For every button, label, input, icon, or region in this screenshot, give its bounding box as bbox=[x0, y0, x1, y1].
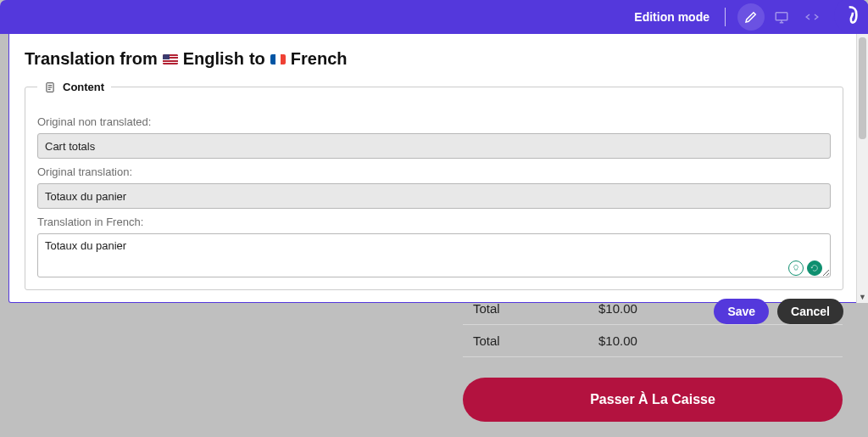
topbar: Edition mode bbox=[0, 0, 868, 34]
document-icon bbox=[44, 81, 56, 93]
original-non-translated-input bbox=[37, 133, 831, 159]
cart-row-label: Total bbox=[463, 333, 598, 348]
topbar-separator bbox=[725, 8, 726, 26]
scrollbar-thumb[interactable] bbox=[859, 37, 866, 139]
modal-title-to: to bbox=[249, 49, 265, 69]
modal-lang-to: French bbox=[291, 49, 348, 69]
cancel-button[interactable]: Cancel bbox=[777, 299, 843, 324]
modal-actions: Save Cancel bbox=[25, 299, 843, 324]
save-button[interactable]: Save bbox=[714, 299, 769, 324]
edit-icon[interactable] bbox=[737, 3, 765, 31]
edition-mode-label: Edition mode bbox=[634, 10, 709, 24]
original-translation-input bbox=[37, 183, 831, 209]
cart-row: Total $10.00 bbox=[463, 325, 843, 357]
modal-title: Translation from English to French bbox=[25, 49, 843, 69]
translation-textarea[interactable] bbox=[37, 233, 831, 277]
checkout-button[interactable]: Passer À La Caisse bbox=[463, 378, 843, 422]
revert-icon[interactable] bbox=[807, 261, 822, 276]
content-legend: Content bbox=[37, 81, 111, 93]
desktop-preview-icon[interactable] bbox=[768, 3, 795, 31]
modal-lang-from: English bbox=[183, 49, 244, 69]
suggestion-icon[interactable] bbox=[788, 261, 804, 276]
label-translation-in: Translation in French: bbox=[37, 216, 831, 228]
flag-us-icon bbox=[163, 54, 178, 64]
flag-fr-icon bbox=[270, 54, 286, 64]
scrollbar-down-arrow-icon[interactable]: ▼ bbox=[857, 291, 868, 303]
content-legend-label: Content bbox=[63, 81, 104, 93]
content-fieldset: Content Original non translated: Origina… bbox=[25, 81, 843, 290]
translation-modal: Translation from English to French Conte… bbox=[8, 34, 860, 303]
modal-title-prefix: Translation from bbox=[25, 49, 158, 69]
brand-logo-icon[interactable] bbox=[834, 0, 868, 34]
cart-row-value: $10.00 bbox=[598, 333, 637, 348]
label-original-non-translated: Original non translated: bbox=[37, 115, 831, 128]
checkout-button-label: Passer À La Caisse bbox=[590, 392, 715, 407]
code-icon[interactable] bbox=[798, 3, 826, 31]
svg-rect-0 bbox=[776, 13, 787, 20]
modal-scrollbar[interactable]: ▼ bbox=[856, 34, 868, 303]
label-original-translation: Original translation: bbox=[37, 165, 831, 178]
